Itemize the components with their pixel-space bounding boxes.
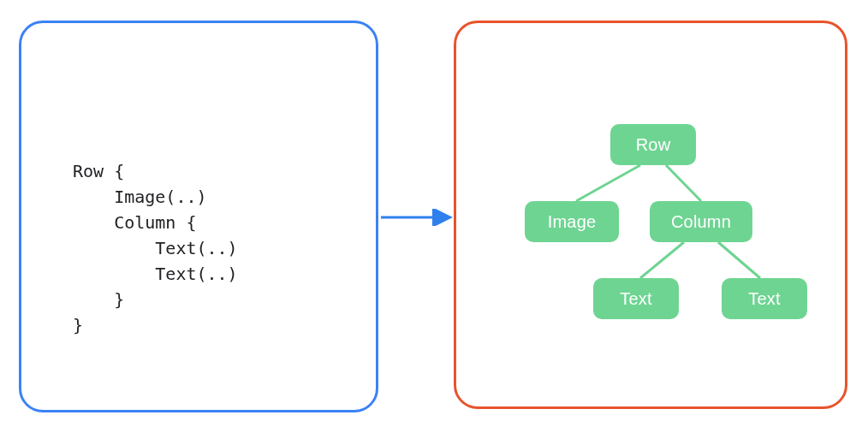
tree-node-label: Text xyxy=(748,289,780,309)
tree-panel: Row Image Column Text Text xyxy=(454,21,847,409)
tree-node-label: Text xyxy=(620,289,651,309)
diagram-canvas: Row { Image(..) Column { Text(..) Text(.… xyxy=(0,0,868,433)
code-block: Row { Image(..) Column { Text(..) Text(.… xyxy=(73,158,238,338)
code-line: Text(..) xyxy=(73,238,238,258)
tree-node-label: Row xyxy=(636,135,671,155)
code-line: } xyxy=(73,315,83,335)
svg-line-4 xyxy=(718,242,760,278)
widget-tree: Row Image Column Text Text xyxy=(490,124,816,329)
tree-node-column: Column xyxy=(650,201,752,242)
tree-node-text: Text xyxy=(722,278,807,319)
arrow-icon xyxy=(381,209,458,226)
code-line: } xyxy=(73,289,124,310)
tree-node-label: Column xyxy=(671,212,731,232)
tree-node-text: Text xyxy=(593,278,679,319)
svg-line-3 xyxy=(640,242,684,278)
code-line: Image(..) xyxy=(73,187,207,207)
code-line: Text(..) xyxy=(73,264,238,284)
svg-line-2 xyxy=(666,165,701,201)
tree-node-image: Image xyxy=(525,201,619,242)
code-line: Row { xyxy=(73,161,124,181)
tree-node-label: Image xyxy=(548,212,597,232)
code-line: Column { xyxy=(73,212,197,233)
tree-node-row: Row xyxy=(610,124,696,165)
code-panel: Row { Image(..) Column { Text(..) Text(.… xyxy=(19,21,378,412)
svg-line-1 xyxy=(576,165,640,201)
